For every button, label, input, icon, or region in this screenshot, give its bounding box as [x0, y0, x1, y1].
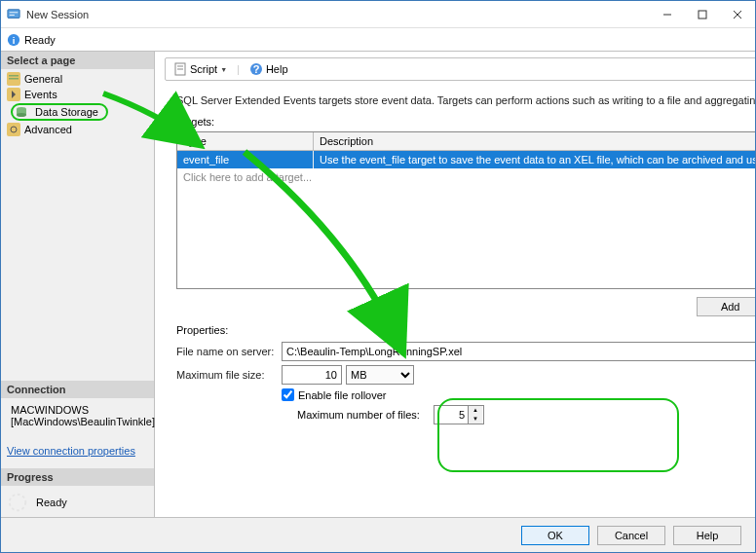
- file-name-input[interactable]: [282, 342, 756, 361]
- cell-type: event_file: [177, 151, 314, 168]
- info-icon: i: [7, 33, 20, 47]
- rollover-label: Enable file rollover: [298, 389, 387, 401]
- table-row[interactable]: event_file Use the event_file target to …: [177, 151, 756, 168]
- chevron-down-icon: ▼: [220, 66, 227, 73]
- toolbar: Script ▼ | ? Help: [165, 57, 756, 81]
- spin-down[interactable]: ▼: [469, 415, 482, 424]
- select-page-header: Select a page: [1, 52, 154, 69]
- connection-header: Connection: [1, 381, 154, 398]
- svg-rect-11: [9, 78, 19, 80]
- advanced-icon: [7, 123, 20, 136]
- dialog-footer: OK Cancel Help: [1, 517, 755, 552]
- connection-info: MACWINDOWS [MacWindows\BeaulinTwinkle]: [1, 398, 154, 433]
- sidebar-item-advanced[interactable]: Advanced: [1, 122, 154, 137]
- max-size-label: Maximum file size:: [176, 369, 282, 381]
- svg-point-16: [17, 113, 26, 117]
- svg-rect-2: [10, 15, 15, 16]
- script-icon: [173, 62, 187, 76]
- col-type[interactable]: Type: [177, 132, 314, 150]
- nav-label: Data Storage: [35, 106, 98, 118]
- col-description[interactable]: Description: [314, 132, 756, 150]
- progress-text: Ready: [36, 497, 67, 508]
- targets-label: Targets:: [176, 116, 756, 128]
- max-size-input[interactable]: [282, 365, 342, 385]
- help-label: Help: [266, 63, 288, 75]
- sidebar: Select a page General Events Data Storag…: [1, 52, 155, 519]
- svg-rect-0: [8, 9, 19, 18]
- add-target-hint[interactable]: Click here to add a target...: [177, 168, 756, 186]
- max-files-input[interactable]: [435, 406, 468, 424]
- help-button-footer[interactable]: Help: [673, 526, 741, 545]
- sidebar-item-general[interactable]: General: [1, 71, 154, 87]
- user-name: [MacWindows\BeaulinTwinkle]: [11, 416, 155, 427]
- sidebar-item-data-storage[interactable]: Data Storage: [1, 102, 154, 122]
- max-files-label: Maximum number of files:: [297, 409, 434, 421]
- size-unit-select[interactable]: MB: [346, 365, 414, 385]
- help-button[interactable]: ? Help: [246, 60, 292, 78]
- nav-label: Events: [24, 89, 57, 100]
- general-icon: [7, 72, 20, 86]
- sidebar-item-events[interactable]: Events: [1, 87, 154, 102]
- app-icon: [7, 8, 20, 21]
- intro-text: SQL Server Extended Events targets store…: [176, 94, 756, 106]
- close-button[interactable]: [720, 1, 755, 28]
- titlebar: New Session: [1, 1, 755, 28]
- progress-header: Progress: [1, 468, 154, 486]
- nav-label: Advanced: [24, 124, 72, 135]
- maximize-button[interactable]: [685, 1, 720, 28]
- ready-text: Ready: [24, 34, 56, 46]
- main-panel: Script ▼ | ? Help SQL Server Extended Ev…: [155, 52, 756, 519]
- add-button[interactable]: Add: [697, 297, 756, 316]
- view-connection-link[interactable]: View connection properties: [7, 445, 148, 457]
- svg-point-21: [10, 495, 26, 511]
- status-bar: i Ready: [1, 28, 755, 52]
- svg-text:?: ?: [253, 63, 260, 75]
- properties-label: Properties:: [176, 324, 756, 336]
- svg-rect-10: [9, 75, 19, 77]
- window-title: New Session: [26, 9, 650, 20]
- svg-rect-4: [699, 11, 706, 18]
- svg-rect-17: [7, 123, 20, 136]
- script-button[interactable]: Script ▼: [170, 60, 231, 78]
- storage-icon: [15, 105, 28, 119]
- rollover-checkbox[interactable]: [282, 388, 294, 401]
- ok-button[interactable]: OK: [521, 526, 589, 545]
- svg-text:i: i: [13, 34, 16, 45]
- script-label: Script: [190, 63, 217, 75]
- help-icon: ?: [249, 62, 263, 76]
- cancel-button[interactable]: Cancel: [597, 526, 665, 545]
- events-icon: [7, 88, 20, 101]
- cell-description: Use the event_file target to save the ev…: [314, 151, 756, 168]
- spin-up[interactable]: ▲: [469, 406, 482, 415]
- progress-icon: [7, 492, 28, 513]
- minimize-button[interactable]: [650, 1, 685, 28]
- targets-grid: Type Description event_file Use the even…: [176, 131, 756, 289]
- file-name-label: File name on server:: [176, 346, 282, 357]
- max-files-spinner[interactable]: ▲▼: [434, 405, 484, 424]
- server-name: MACWINDOWS: [11, 404, 155, 416]
- svg-rect-1: [10, 12, 19, 13]
- nav-label: General: [24, 73, 62, 85]
